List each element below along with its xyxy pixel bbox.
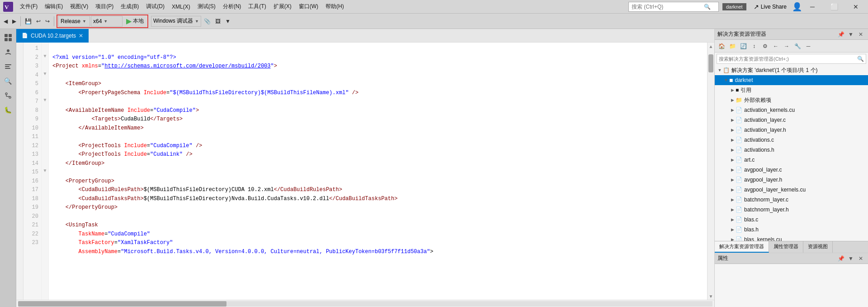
global-search-box[interactable]: 🔍 [628, 2, 719, 12]
sol-refresh-btn[interactable]: 🔄 [738, 41, 748, 51]
menu-item-debug[interactable]: 调试(D) [142, 2, 168, 11]
solution-search-box[interactable]: 🔍 [717, 54, 866, 64]
tree-item-external-deps[interactable]: ▶ 📁 外部依赖项 [715, 95, 868, 105]
tree-item-avgpool-layer-kernels-cu[interactable]: ▶ 📄 avgpool_layer_kernels.cu [715, 185, 868, 195]
tree-item-blas-h[interactable]: ▶ 📄 blas.h [715, 225, 868, 235]
screenshot-btn[interactable]: 🖼 [213, 17, 222, 25]
aplkcu-arrow[interactable]: ▶ [729, 185, 736, 194]
tree-item-activation-layer-c[interactable]: ▶ 📄 activation_layer.c [715, 115, 868, 125]
aplc-arrow[interactable]: ▶ [729, 165, 736, 174]
vertical-scrollbar[interactable]: ▲ ▼ [707, 43, 714, 300]
tree-item-batchnorm-layer-h[interactable]: ▶ 📄 batchnorm_layer.h [715, 205, 868, 215]
menu-item-xml[interactable]: XML(X) [168, 3, 194, 11]
sol-forward-btn[interactable]: → [782, 41, 792, 51]
activity-debug-icon[interactable]: 🐛 [1, 103, 15, 117]
toolbar-back-btn[interactable]: ◀ [2, 17, 9, 25]
artc-arrow[interactable]: ▶ [729, 155, 736, 164]
restore-button[interactable]: ⬜ [824, 0, 844, 14]
menu-item-build[interactable]: 生成(B) [117, 2, 142, 11]
blash-arrow[interactable]: ▶ [729, 225, 736, 234]
h-scroll-thumb[interactable] [18, 301, 226, 307]
bnlh-arrow[interactable]: ▶ [729, 205, 736, 214]
ac-arrow[interactable]: ▶ [729, 135, 736, 144]
menu-item-view[interactable]: 视图(V) [66, 2, 92, 11]
project-arrow[interactable]: ▼ [723, 76, 729, 85]
panel-tab-properties-manager[interactable]: 属性管理器 [769, 241, 803, 253]
menu-item-help[interactable]: 帮助(H) [322, 2, 348, 11]
tree-item-activation-layer-h[interactable]: ▶ 📄 activation_layer.h [715, 125, 868, 135]
code-editor[interactable]: <?xml version="1.0" encoding="utf-8"?> <… [49, 43, 707, 300]
panel-tab-solution[interactable]: 解决方案资源管理器 [715, 241, 769, 253]
menu-item-analyze[interactable]: 分析(N) [219, 2, 245, 11]
tree-item-blas-kernels-cu[interactable]: ▶ 📄 blas_kernels.cu [715, 235, 868, 241]
toolbar-undo-btn[interactable]: ↩ [34, 17, 42, 25]
panel-pin-btn[interactable]: 📌 [836, 30, 845, 39]
search-input[interactable] [632, 4, 704, 10]
horizontal-scrollbar[interactable] [18, 301, 712, 307]
sol-minus-btn[interactable]: ─ [803, 41, 813, 51]
sol-sync-btn[interactable]: ↕ [749, 41, 759, 51]
panel-close-btn[interactable]: ✕ [856, 30, 865, 39]
debugger-dropdown[interactable]: Windows 调试器 ▼ [151, 16, 201, 27]
config-dropdown[interactable]: Release ▼ [58, 16, 90, 27]
sol-wrench-btn[interactable]: 🔧 [793, 41, 802, 51]
run-button[interactable]: ▶ 本地 [123, 16, 146, 26]
bnlc-arrow[interactable]: ▶ [729, 195, 736, 204]
toolbar-forward-btn[interactable]: ▶ [10, 17, 18, 25]
alh-arrow[interactable]: ▶ [729, 125, 736, 134]
toolbar-save-all-btn[interactable]: 💾 [23, 17, 33, 25]
user-profile-icon[interactable]: 👤 [792, 2, 802, 12]
tree-item-activation-kernels-cu[interactable]: ▶ 📄 activation_kernels.cu [715, 105, 868, 115]
more-btn[interactable]: ▼ [223, 17, 232, 25]
minimize-button[interactable]: ─ [802, 0, 823, 14]
menu-item-file[interactable]: 文件(F) [16, 2, 41, 11]
activity-class-icon[interactable] [1, 45, 15, 59]
ak-cu-arrow[interactable]: ▶ [729, 106, 736, 115]
extdep-arrow[interactable]: ▶ [729, 96, 736, 105]
prop-close-btn[interactable]: ✕ [856, 254, 865, 263]
sol-back-btn[interactable]: ← [771, 41, 781, 51]
blaskcu-arrow[interactable]: ▶ [729, 235, 736, 241]
toolbar-redo-btn[interactable]: ↪ [43, 17, 52, 25]
tree-item-blas-c[interactable]: ▶ 📄 blas.c [715, 215, 868, 225]
close-button[interactable]: ✕ [845, 0, 866, 14]
panel-expand-btn[interactable]: ▼ [846, 30, 855, 39]
prop-expand-btn[interactable]: ▼ [846, 254, 855, 263]
blasc-arrow[interactable]: ▶ [729, 215, 736, 224]
scroll-up-btn[interactable]: ▲ [708, 43, 714, 50]
menu-item-project[interactable]: 项目(P) [92, 2, 117, 11]
tree-item-art-c[interactable]: ▶ 📄 art.c [715, 155, 868, 165]
tree-item-ref[interactable]: ▶ ■ 引用 [715, 85, 868, 95]
prop-pin-btn[interactable]: 📌 [836, 254, 845, 263]
ref-arrow[interactable]: ▶ [729, 86, 736, 95]
project-item[interactable]: ▼ ■ darknet [715, 75, 868, 85]
tree-item-activations-h[interactable]: ▶ 📄 activations.h [715, 145, 868, 155]
activity-git-icon[interactable] [1, 89, 15, 102]
aplh-arrow[interactable]: ▶ [729, 175, 736, 184]
menu-item-edit[interactable]: 编辑(E) [41, 2, 66, 11]
activity-solution-icon[interactable] [1, 31, 15, 44]
sol-home-btn[interactable]: 🏠 [717, 41, 726, 51]
scroll-thumb[interactable] [708, 54, 713, 72]
editor-tab-cuda[interactable]: 📄 CUDA 10.2.targets ✕ [16, 29, 89, 43]
menu-item-window[interactable]: 窗口(W) [295, 2, 322, 11]
alc-arrow[interactable]: ▶ [729, 115, 736, 125]
tree-item-avgpool-layer-h[interactable]: ▶ 📄 avgpool_layer.h [715, 175, 868, 185]
live-share-button[interactable]: ↗ Live Share [750, 2, 790, 11]
menu-item-tools[interactable]: 工具(T) [245, 2, 269, 11]
scroll-down-btn[interactable]: ▼ [708, 293, 714, 300]
solution-root-item[interactable]: ▼ 📋 解决方案 'darknet'(1 个项目/共 1 个) [715, 65, 868, 75]
activity-properties-icon[interactable] [1, 60, 15, 73]
sol-filter-btn[interactable]: ⚙ [760, 41, 770, 51]
menu-item-test[interactable]: 测试(S) [194, 2, 219, 11]
ah-arrow[interactable]: ▶ [729, 145, 736, 154]
tab-close-button[interactable]: ✕ [79, 33, 83, 39]
tree-item-batchnorm-layer-c[interactable]: ▶ 📄 batchnorm_layer.c [715, 195, 868, 205]
tree-item-activations-c[interactable]: ▶ 📄 activations.c [715, 135, 868, 145]
tree-item-avgpool-layer-c[interactable]: ▶ 📄 avgpool_layer.c [715, 165, 868, 175]
solution-search-input[interactable] [719, 56, 857, 62]
platform-dropdown[interactable]: x64 ▼ [91, 16, 123, 27]
attach-btn[interactable]: 📎 [202, 17, 212, 25]
sol-folder-btn[interactable]: 📁 [727, 41, 737, 51]
activity-search-icon[interactable]: 🔍 [1, 74, 15, 88]
